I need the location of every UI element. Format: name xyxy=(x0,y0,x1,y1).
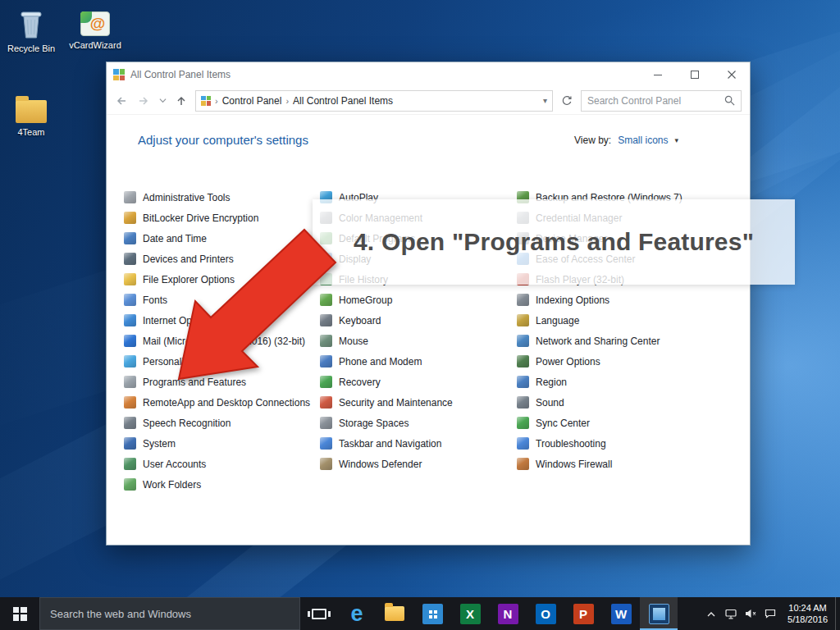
speech-recognition-item[interactable]: Speech Recognition xyxy=(124,413,329,433)
region-item[interactable]: Region xyxy=(517,372,722,392)
item-icon xyxy=(320,335,332,347)
taskbar-search-input[interactable] xyxy=(39,597,300,630)
item-label: Date and Time xyxy=(143,233,207,244)
titlebar[interactable]: All Control Panel Items xyxy=(107,62,750,87)
recycle-bin-icon xyxy=(17,7,45,39)
item-label: Mail (Microsoft Outlook 2016) (32-bit) xyxy=(143,336,305,347)
breadcrumb-separator: › xyxy=(215,96,218,106)
keyboard-item[interactable]: Keyboard xyxy=(320,310,525,331)
troubleshooting-item[interactable]: Troubleshooting xyxy=(517,433,722,454)
item-label: Storage Spaces xyxy=(339,418,409,429)
4team-folder-desktop-icon[interactable]: 4Team xyxy=(0,92,62,137)
item-label: Language xyxy=(536,315,579,326)
hidden-icons-chevron[interactable] xyxy=(701,597,721,630)
chevron-down-icon xyxy=(159,98,167,103)
item-label: Indexing Options xyxy=(536,294,609,306)
item-icon xyxy=(124,355,136,368)
bitlocker-drive-encryption-item[interactable]: BitLocker Drive Encryption xyxy=(124,208,329,228)
recovery-item[interactable]: Recovery xyxy=(320,372,525,392)
file-explorer-icon[interactable] xyxy=(376,597,413,630)
vcardwizard-icon: @ xyxy=(80,11,110,36)
excel-icon[interactable]: X xyxy=(451,597,489,630)
fonts-item[interactable]: Fonts xyxy=(124,290,329,310)
mouse-item[interactable]: Mouse xyxy=(320,331,525,351)
language-item[interactable]: Language xyxy=(517,310,722,331)
date-and-time-item[interactable]: Date and Time xyxy=(124,228,329,249)
search-input[interactable] xyxy=(587,95,724,107)
item-label: Fonts xyxy=(143,294,167,306)
show-desktop-button[interactable] xyxy=(835,597,840,630)
item-icon xyxy=(124,396,136,409)
administrative-tools-item[interactable]: Administrative Tools xyxy=(124,187,329,208)
internet-options-item[interactable]: Internet Options xyxy=(124,310,329,331)
network-and-sharing-center-item[interactable]: Network and Sharing Center xyxy=(517,331,722,351)
item-label: Network and Sharing Center xyxy=(536,336,660,347)
power-options-item[interactable]: Power Options xyxy=(517,351,722,372)
work-folders-item[interactable]: Work Folders xyxy=(124,474,329,495)
view-by-label: View by: xyxy=(574,135,611,146)
word-icon[interactable]: W xyxy=(602,597,640,630)
address-bar[interactable]: › Control Panel › All Control Panel Item… xyxy=(195,90,553,112)
windows-defender-item[interactable]: Windows Defender xyxy=(320,454,525,474)
homegroup-item[interactable]: HomeGroup xyxy=(320,290,525,310)
sound-item[interactable]: Sound xyxy=(517,392,722,413)
item-label: Power Options xyxy=(536,356,600,368)
refresh-button[interactable] xyxy=(559,91,575,111)
up-button[interactable] xyxy=(173,91,189,111)
system-item[interactable]: System xyxy=(124,433,329,454)
powerpoint-icon[interactable]: P xyxy=(564,597,602,630)
view-by-value[interactable]: Small icons xyxy=(618,135,668,146)
item-label: RemoteApp and Desktop Connections xyxy=(143,397,310,409)
item-icon xyxy=(517,458,529,470)
onenote-icon[interactable]: N xyxy=(489,597,527,630)
programs-and-features-item[interactable]: Programs and Features xyxy=(124,372,329,392)
item-icon xyxy=(517,376,529,388)
windows-firewall-item[interactable]: Windows Firewall xyxy=(517,454,722,474)
item-icon xyxy=(517,355,529,368)
mail-microsoft-outlook-2016-32-bit-item[interactable]: Mail (Microsoft Outlook 2016) (32-bit) xyxy=(124,331,329,351)
vcardwizard-desktop-icon[interactable]: @ vCardWizard xyxy=(64,7,126,50)
edge-icon[interactable]: e xyxy=(338,597,376,630)
task-view-button[interactable] xyxy=(300,597,338,630)
forward-button[interactable] xyxy=(135,91,152,111)
up-arrow-icon xyxy=(175,94,188,107)
outlook-icon[interactable]: O xyxy=(527,597,564,630)
start-button[interactable] xyxy=(0,597,39,630)
user-accounts-item[interactable]: User Accounts xyxy=(124,454,329,474)
recent-pages-button[interactable] xyxy=(158,91,167,111)
back-button[interactable] xyxy=(113,91,130,111)
remoteapp-and-desktop-connections-item[interactable]: RemoteApp and Desktop Connections xyxy=(124,392,329,413)
security-and-maintenance-item[interactable]: Security and Maintenance xyxy=(320,392,525,413)
file-explorer-options-item[interactable]: File Explorer Options xyxy=(124,269,329,290)
desktop: Recycle Bin @ vCardWizard 4Team All Cont… xyxy=(0,0,840,630)
action-center-button[interactable] xyxy=(760,597,780,630)
address-dropdown-icon[interactable]: ▾ xyxy=(543,96,547,105)
active-app-icon[interactable] xyxy=(640,597,678,630)
minimize-button[interactable] xyxy=(639,62,676,87)
store-icon[interactable] xyxy=(413,597,451,630)
control-panel-search[interactable] xyxy=(581,90,742,112)
navigation-bar: › Control Panel › All Control Panel Item… xyxy=(107,87,750,115)
item-label: Sync Center xyxy=(536,418,590,429)
breadcrumb-control-panel[interactable]: Control Panel xyxy=(222,95,282,107)
taskbar-and-navigation-item[interactable]: Taskbar and Navigation xyxy=(320,433,525,454)
taskbar-clock[interactable]: 10:24 AM 5/18/2016 xyxy=(780,602,835,625)
devices-and-printers-item[interactable]: Devices and Printers xyxy=(124,249,329,269)
item-label: Work Folders xyxy=(143,479,201,491)
item-icon xyxy=(124,212,136,224)
sync-center-item[interactable]: Sync Center xyxy=(517,413,722,433)
recycle-bin-desktop-icon[interactable]: Recycle Bin xyxy=(0,7,62,53)
breadcrumb-all-items[interactable]: All Control Panel Items xyxy=(293,95,393,107)
item-icon xyxy=(320,314,332,326)
personalization-item[interactable]: Personalization xyxy=(124,351,329,372)
storage-spaces-item[interactable]: Storage Spaces xyxy=(320,413,525,433)
volume-tray-button[interactable] xyxy=(741,597,760,630)
network-tray-button[interactable] xyxy=(721,597,741,630)
maximize-button[interactable] xyxy=(676,62,713,87)
indexing-options-item[interactable]: Indexing Options xyxy=(517,290,722,310)
close-icon xyxy=(728,71,736,79)
chevron-down-icon[interactable]: ▾ xyxy=(675,136,679,144)
control-panel-window: All Control Panel Items xyxy=(106,62,751,546)
close-button[interactable] xyxy=(713,62,750,87)
phone-and-modem-item[interactable]: Phone and Modem xyxy=(320,351,525,372)
